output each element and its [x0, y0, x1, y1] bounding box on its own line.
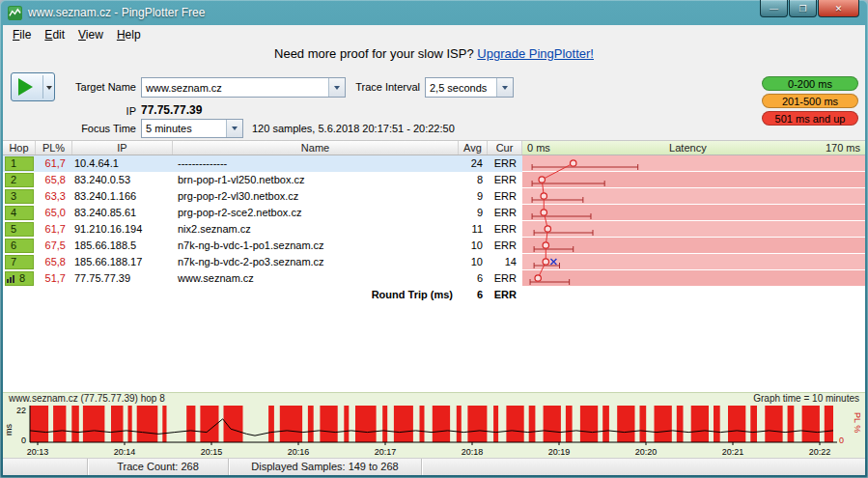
chevron-down-icon[interactable]: [226, 120, 242, 137]
packet-loss-value: 65,8: [36, 254, 72, 270]
hop-number: 6: [5, 239, 34, 253]
hop-cur: ERR: [488, 155, 522, 172]
hop-name: --------------: [173, 155, 459, 172]
legend-pill-0: 0-200 ms: [762, 76, 858, 91]
hop-avg: 9: [459, 188, 488, 205]
client-area: File Edit View Help Need more proof for …: [3, 25, 865, 475]
header-hop: Hop: [3, 141, 36, 155]
latency-legend: 0-200 ms201-500 ms501 ms and up: [762, 76, 858, 128]
hop-row-6[interactable]: 667,5185.66.188.5n7k-ng-b-vdc-1-po1.sezn…: [3, 238, 865, 254]
svg-text:20:21: 20:21: [722, 447, 744, 457]
maximize-button[interactable]: ❐: [789, 0, 817, 17]
close-button[interactable]: ✕: [818, 0, 859, 17]
hop-number: 4: [5, 206, 34, 220]
hop-row-4[interactable]: 465,083.240.85.61prg-pop-r2-sce2.netbox.…: [3, 205, 865, 221]
trace-count: Trace Count: 268: [88, 459, 229, 475]
svg-text:20:13: 20:13: [27, 447, 49, 457]
hop-number: 2: [5, 173, 34, 187]
title-bar[interactable]: www.seznam.cz - PingPlotter Free — ❐ ✕: [3, 0, 865, 25]
menu-file[interactable]: File: [6, 26, 38, 43]
hop-cur: ERR: [488, 172, 522, 188]
hop-avg: 6: [459, 270, 488, 287]
hop-avg: 24: [459, 155, 488, 172]
hop-cur: ERR: [488, 188, 522, 205]
svg-text:22: 22: [16, 406, 26, 415]
hop-row-1[interactable]: 161,710.4.64.1--------------24ERR: [3, 155, 865, 172]
hop-latency-cell: [522, 238, 865, 254]
hop-cell: 5: [3, 221, 36, 238]
play-dropdown-caret-icon[interactable]: [46, 86, 52, 90]
focus-time-label: Focus Time: [55, 123, 136, 134]
play-icon: [18, 78, 33, 96]
timeline-panel[interactable]: www.seznam.cz (77.75.77.39) hop 8 Graph …: [3, 392, 865, 458]
hop-ip: 91.210.16.194: [72, 221, 173, 238]
header-name: Name: [173, 141, 459, 155]
packet-loss-value: 61,7: [36, 221, 72, 238]
chevron-down-icon[interactable]: [496, 78, 513, 97]
minimize-icon: —: [770, 4, 778, 14]
hop-row-2[interactable]: 265,883.240.0.53brn-pop-r1-vl250.netbox.…: [3, 172, 865, 188]
trace-interval-value: 2,5 seconds: [426, 82, 496, 94]
hop-cell: 8: [3, 270, 36, 287]
round-trip-avg: 6: [459, 287, 488, 303]
samples-info: 120 samples, 5.6.2018 20:17:51 - 20:22:5…: [252, 123, 455, 134]
hop-ip: 83.240.85.61: [72, 205, 173, 221]
hop-avg: 9: [459, 205, 488, 221]
hop-cur: ERR: [488, 205, 522, 221]
hop-cell: 3: [3, 188, 36, 205]
svg-text:PL %: PL %: [853, 412, 862, 433]
graph-indicator-icon: [7, 275, 14, 283]
round-trip-row: Round Trip (ms) 6 ERR: [3, 287, 865, 303]
header-pl: PL%: [36, 141, 72, 155]
timeline-graph[interactable]: 220ms0PL %20:1320:1420:1520:1620:1720:18…: [3, 405, 865, 459]
hop-row-7[interactable]: 765,8185.66.188.17n7k-ng-b-vdc-2-po3.sez…: [3, 254, 865, 270]
hop-avg: 8: [459, 172, 488, 188]
svg-text:20:16: 20:16: [288, 447, 310, 457]
hop-name: brn-pop-r1-vl250.netbox.cz: [173, 172, 459, 188]
menu-view[interactable]: View: [71, 26, 110, 43]
trace-interval-label: Trace Interval: [343, 81, 420, 93]
start-trace-button[interactable]: [11, 72, 55, 101]
header-ip: IP: [72, 141, 173, 155]
packet-loss-value: 51,7: [36, 270, 72, 287]
minimize-button[interactable]: —: [760, 0, 788, 17]
lower-pane: [3, 303, 865, 392]
latency-scale-title: Latency: [669, 141, 707, 155]
hop-latency-cell: [522, 221, 865, 238]
hop-name: nix2.seznam.cz: [173, 221, 459, 238]
hop-avg: 10: [459, 254, 488, 270]
hop-number: 7: [5, 255, 34, 269]
upgrade-link[interactable]: Upgrade PingPlotter!: [477, 46, 594, 61]
displayed-samples: Displayed Samples: 149 to 268: [229, 459, 422, 475]
hop-row-8[interactable]: 851,777.75.77.39www.seznam.cz6ERR: [3, 270, 865, 287]
hop-name: prg-pop-r2-vl30.netbox.cz: [173, 188, 459, 205]
trace-interval-combobox[interactable]: 2,5 seconds: [425, 77, 514, 98]
svg-text:20:15: 20:15: [201, 447, 223, 457]
ip-label: IP: [55, 105, 136, 117]
hop-avg: 11: [459, 221, 488, 238]
header-latency: 0 ms Latency 170 ms: [522, 141, 865, 155]
menu-help[interactable]: Help: [110, 26, 148, 43]
banner-text: Need more proof for your slow ISP?: [274, 46, 474, 61]
hop-latency-cell: [522, 254, 865, 270]
hop-row-3[interactable]: 363,383.240.1.166prg-pop-r2-vl30.netbox.…: [3, 188, 865, 205]
focus-time-combobox[interactable]: 5 minutes: [141, 119, 243, 138]
latency-scale-max: 170 ms: [826, 141, 860, 155]
target-name-combobox[interactable]: www.seznam.cz: [141, 77, 346, 98]
svg-text:20:14: 20:14: [114, 447, 136, 457]
round-trip-cur: ERR: [488, 287, 522, 303]
svg-text:0: 0: [21, 436, 26, 445]
hop-ip: 83.240.1.166: [72, 188, 173, 205]
target-name-label: Target Name: [55, 81, 136, 93]
svg-text:20:17: 20:17: [375, 447, 397, 457]
hop-cur: ERR: [488, 238, 522, 254]
hop-latency-cell: [522, 188, 865, 205]
hop-avg: 10: [459, 238, 488, 254]
button-divider: [42, 75, 43, 98]
hop-latency-cell: [522, 172, 865, 188]
hop-row-5[interactable]: 561,791.210.16.194nix2.seznam.cz11ERR: [3, 221, 865, 238]
packet-loss-value: 63,3: [36, 188, 72, 205]
status-spacer: [3, 459, 88, 475]
svg-text:20:18: 20:18: [462, 447, 484, 457]
menu-edit[interactable]: Edit: [38, 26, 71, 43]
